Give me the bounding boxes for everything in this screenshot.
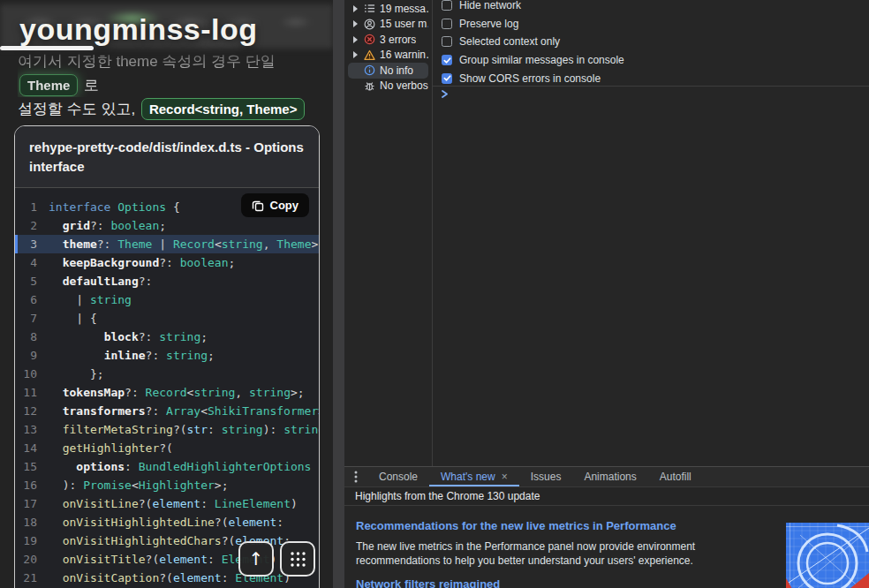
console-settings: Hide networkPreserve logSelected context… <box>433 0 869 87</box>
copy-button[interactable]: Copy <box>241 193 310 217</box>
sidebar-item-label: 19 messa… <box>380 3 428 15</box>
drawer-tabbar: ConsoleWhat's new×IssuesAnimationsAutofi… <box>344 467 869 487</box>
code-line[interactable]: 9 inline?: string; <box>15 346 319 365</box>
code-line[interactable]: 13 filterMetaString?(str: string): strin… <box>15 420 319 439</box>
code-text: inline?: string; <box>49 346 215 365</box>
blog-window: youngminss-log 여기서 지정한 theme 속성의 경우 단일 T… <box>0 0 333 588</box>
drawer-menu-button[interactable] <box>344 467 367 486</box>
setting-preserve-log[interactable]: Preserve log <box>442 15 869 34</box>
setting-group-similar-messages-in-console[interactable]: Group similar messages in console <box>442 51 869 70</box>
tab-animations[interactable]: Animations <box>572 467 647 486</box>
line-number: 13 <box>15 420 49 439</box>
expand-caret-icon[interactable] <box>353 20 360 27</box>
code-line[interactable]: 15 options: BundledHighlighterOptions <box>15 457 319 476</box>
grid-menu-button[interactable] <box>280 541 315 577</box>
line-number: 21 <box>15 569 49 587</box>
line-number: 7 <box>15 309 49 328</box>
paragraph-line1: 여기서 지정한 theme 속성의 경우 단일 Theme 로 <box>18 49 322 97</box>
checkbox-unchecked-icon[interactable] <box>442 36 452 47</box>
checkbox-checked-icon[interactable] <box>442 73 452 84</box>
tab-issues[interactable]: Issues <box>519 467 573 486</box>
error-icon <box>363 34 375 46</box>
expand-caret-icon[interactable] <box>353 5 360 12</box>
tab-label: Animations <box>584 471 636 483</box>
line-number: 12 <box>15 402 49 420</box>
setting-label: Preserve log <box>459 18 518 30</box>
code-line[interactable]: 17 onVisitLine?(element: LineElement) <box>15 494 319 513</box>
whats-new-toolbar: Highlights from the Chrome 130 update <box>344 487 869 506</box>
tab-label: Console <box>379 471 418 483</box>
inline-code-theme: Theme <box>19 74 78 96</box>
sidebar-item-label: No verbose <box>380 79 428 92</box>
code-line[interactable]: 18 onVisitHighlightedLine?(element: <box>15 513 319 531</box>
code-line[interactable]: 6 | string <box>15 290 319 309</box>
setting-label: Hide network <box>459 0 521 11</box>
close-tab-icon[interactable]: × <box>502 471 508 483</box>
checkbox-checked-icon[interactable] <box>442 55 452 65</box>
setting-label: Selected context only <box>459 35 560 48</box>
tab-autofill[interactable]: Autofill <box>648 467 703 486</box>
window-separator <box>333 0 344 588</box>
site-title[interactable]: youngminss-log <box>19 12 258 47</box>
expand-caret-icon[interactable] <box>353 51 360 58</box>
tab-console[interactable]: Console <box>367 467 429 486</box>
line-number: 6 <box>15 290 49 309</box>
setting-hide-network[interactable]: Hide network <box>442 0 869 15</box>
code-line[interactable]: 16 ): Promise<Highlighter>; <box>15 476 319 494</box>
expand-caret-icon[interactable] <box>353 36 360 43</box>
setting-selected-context-only[interactable]: Selected context only <box>442 33 869 51</box>
setting-show-cors-errors-in-console[interactable]: Show CORS errors in console <box>442 69 869 87</box>
sidebar-item-15-user-m-[interactable]: 15 user m… <box>348 17 428 33</box>
blur-streak <box>0 46 94 50</box>
line-number: 1 <box>15 198 49 216</box>
sidebar-item-19-messa-[interactable]: 19 messa… <box>348 1 428 17</box>
copy-label: Copy <box>270 199 299 212</box>
line-number: 14 <box>15 439 49 457</box>
checkbox-unchecked-icon[interactable] <box>442 19 452 29</box>
screenshot-root: youngminss-log 여기서 지정한 theme 속성의 경우 단일 T… <box>0 0 869 588</box>
grid-dots-icon <box>290 551 306 568</box>
console-panel: 19 messa…15 user m…3 errors16 warnin…No … <box>344 0 869 466</box>
code-text: ): Promise<Highlighter>; <box>49 476 229 494</box>
code-line[interactable]: 7 | { <box>15 309 319 328</box>
code-text: transformers?: Array<ShikiTransformer>; <box>49 402 320 420</box>
console-main: Hide networkPreserve logSelected context… <box>433 0 869 466</box>
console-prompt-chevron[interactable] <box>441 88 449 101</box>
inline-code-record: Record<string, Theme> <box>141 98 306 120</box>
code-text: interface Options { <box>49 198 180 216</box>
whats-new-content: Recommendations for the new live metrics… <box>344 506 869 588</box>
code-line[interactable]: 12 transformers?: Array<ShikiTransformer… <box>15 402 319 420</box>
line-number: 2 <box>15 216 49 235</box>
sidebar-item-no-info[interactable]: No info <box>348 63 428 79</box>
line-number: 5 <box>15 272 49 290</box>
code-line[interactable]: 14 getHighlighter?( <box>15 439 319 457</box>
sidebar-item-label: No info <box>380 64 413 77</box>
code-line[interactable]: 10 }; <box>15 365 319 383</box>
copy-icon <box>252 200 264 212</box>
sidebar-item-no-verbose[interactable]: No verbose <box>348 79 428 94</box>
code-line[interactable]: 3 theme?: Theme | Record<string, Theme>; <box>15 235 319 253</box>
paragraph-text: 여기서 지정한 theme 속성의 경우 단일 <box>18 53 276 70</box>
whats-new-heading-1[interactable]: Recommendations for the new live metrics… <box>356 519 676 532</box>
code-line[interactable]: 5 defaultLang?: <box>15 272 319 290</box>
scroll-to-top-button[interactable]: ↑ <box>238 541 274 577</box>
whats-new-body: The new live metrics in the Performance … <box>356 540 778 568</box>
code-text: block?: string; <box>49 328 208 346</box>
whats-new-heading-2[interactable]: Network filters reimagined <box>356 577 500 588</box>
checkbox-unchecked-icon[interactable] <box>442 0 452 11</box>
code-text: | string <box>49 290 132 309</box>
sidebar-item-16-warnin-[interactable]: 16 warnin… <box>348 48 428 64</box>
code-text: keepBackground?: boolean; <box>49 253 235 272</box>
paragraph-text: 설정할 수도 있고, <box>18 101 140 117</box>
sidebar-item-label: 16 warnin… <box>380 49 428 61</box>
code-line[interactable]: 4 keepBackground?: boolean; <box>15 253 319 272</box>
code-text: options: BundledHighlighterOptions <box>49 457 311 476</box>
code-line[interactable]: 21 onVisitCaption?(element: Element) <box>15 569 319 587</box>
code-line[interactable]: 2 grid?: boolean; <box>15 216 319 235</box>
sidebar-item-3-errors[interactable]: 3 errors <box>348 32 428 48</box>
code-line[interactable]: 8 block?: string; <box>15 328 319 346</box>
line-number: 4 <box>15 253 49 272</box>
code-line[interactable]: 11 tokensMap?: Record<string, string>; <box>15 383 319 402</box>
paragraph-text: 로 <box>79 77 99 94</box>
tab-what-s-new[interactable]: What's new× <box>429 467 519 486</box>
